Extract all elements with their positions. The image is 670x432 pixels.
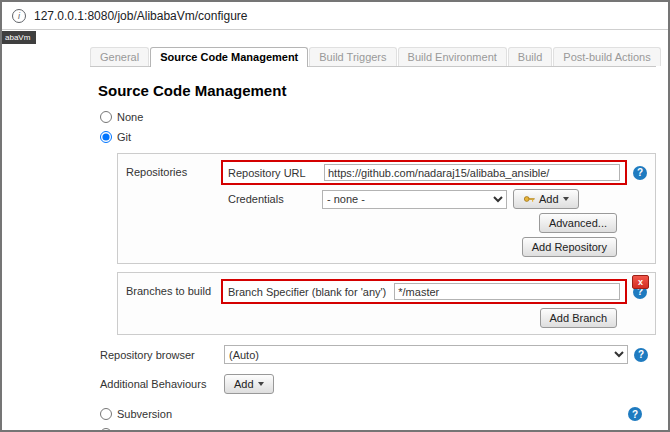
add-branch-row: Add Branch (221, 308, 647, 328)
scm-radio-subversion[interactable] (100, 408, 112, 420)
repository-browser-select[interactable]: (Auto) (224, 345, 628, 364)
credentials-select[interactable]: - none - (322, 190, 507, 209)
repository-browser-row: Repository browser (Auto) ? (100, 345, 656, 364)
scm-option-tfvc[interactable]: Team Foundation Version Control (TFVC) (100, 428, 319, 432)
advanced-button[interactable]: Advanced... (539, 213, 617, 233)
additional-behaviours-row: Additional Behaviours Add (100, 374, 656, 394)
address-url[interactable]: 127.0.0.1:8080/job/AlibabaVm/configure (34, 9, 248, 23)
add-repository-row: Add Repository (221, 237, 647, 257)
tab-general[interactable]: General (90, 47, 149, 66)
branch-specifier-label: Branch Specifier (blank for 'any') (228, 286, 386, 298)
branch-specifier-input[interactable] (394, 283, 620, 300)
scm-option-git[interactable]: Git (100, 131, 131, 143)
tab-source-code-management[interactable]: Source Code Management (150, 47, 308, 67)
scm-option-tfvc-label: Team Foundation Version Control (TFVC) (117, 428, 319, 432)
repository-url-input[interactable] (324, 164, 620, 181)
git-branches-section: x Branches to build Branch Specifier (bl… (117, 272, 656, 335)
scm-row-subversion: Subversion ? (90, 404, 656, 424)
browser-window: i 127.0.0.1:8080/job/AlibabaVm/configure… (0, 0, 670, 432)
scm-radio-none[interactable] (100, 111, 112, 123)
tab-build-triggers[interactable]: Build Triggers (309, 47, 396, 66)
repository-url-row: Repository URL ? (221, 160, 647, 185)
chevron-down-icon (563, 197, 569, 201)
config-tabbar: General Source Code Management Build Tri… (90, 47, 656, 67)
scm-option-subversion[interactable]: Subversion (100, 408, 172, 420)
additional-behaviours-add-label: Add (234, 378, 254, 390)
scm-radio-git[interactable] (100, 131, 112, 143)
branches-fields: Branch Specifier (blank for 'any') ? Add… (221, 279, 647, 328)
scm-row-none: None (90, 107, 656, 127)
tab-post-build-actions[interactable]: Post-build Actions (553, 47, 660, 66)
git-repositories-section: Repositories Repository URL ? Credential… (117, 153, 656, 264)
credentials-row: Credentials - none - Add (221, 189, 647, 209)
repository-url-label: Repository URL (228, 167, 316, 179)
jenkins-configure-page: General Source Code Management Build Tri… (90, 47, 656, 432)
scm-option-git-label: Git (117, 131, 131, 143)
tab-build[interactable]: Build (508, 47, 552, 66)
scm-option-subversion-label: Subversion (117, 408, 172, 420)
key-icon (523, 193, 535, 205)
help-icon-repository-url[interactable]: ? (633, 166, 647, 180)
add-repository-button[interactable]: Add Repository (522, 237, 617, 257)
branches-to-build-label: Branches to build (126, 279, 221, 328)
chevron-down-icon (258, 382, 264, 386)
additional-behaviours-add-button[interactable]: Add (224, 374, 274, 394)
scm-radio-tfvc[interactable] (100, 428, 112, 432)
repositories-label: Repositories (126, 160, 221, 257)
help-icon-subversion[interactable]: ? (628, 407, 642, 421)
scm-row-git: Git (90, 127, 656, 147)
advanced-row: Advanced... (221, 213, 647, 233)
scm-option-none-label: None (117, 111, 143, 123)
add-branch-button[interactable]: Add Branch (540, 308, 617, 328)
scm-row-tfvc: Team Foundation Version Control (TFVC) (90, 424, 656, 432)
page-title: Source Code Management (98, 82, 656, 99)
delete-branch-button[interactable]: x (632, 275, 649, 289)
additional-behaviours-label: Additional Behaviours (100, 378, 218, 390)
scm-option-none[interactable]: None (100, 111, 143, 123)
credentials-label: Credentials (228, 193, 316, 205)
branch-specifier-highlight: Branch Specifier (blank for 'any') (221, 279, 627, 304)
credentials-add-label: Add (539, 193, 559, 205)
help-icon-repository-browser[interactable]: ? (634, 348, 648, 362)
page-info-icon[interactable]: i (12, 9, 26, 23)
credentials-add-button[interactable]: Add (513, 189, 579, 209)
tab-build-environment[interactable]: Build Environment (398, 47, 507, 66)
repository-browser-label: Repository browser (100, 349, 218, 361)
browser-tab-fragment[interactable]: abaVm (2, 31, 36, 44)
repositories-fields: Repository URL ? Credentials - none - (221, 160, 647, 257)
repository-url-highlight: Repository URL (221, 160, 627, 185)
browser-address-bar[interactable]: i 127.0.0.1:8080/job/AlibabaVm/configure (2, 2, 668, 30)
branch-specifier-row: Branch Specifier (blank for 'any') ? (221, 279, 647, 304)
